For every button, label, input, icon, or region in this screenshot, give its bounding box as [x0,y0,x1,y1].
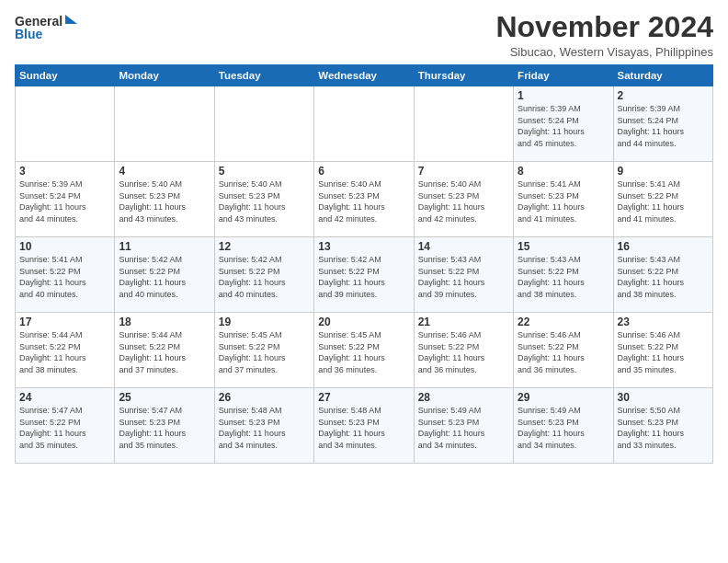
day-info: Sunrise: 5:40 AMSunset: 5:23 PMDaylight:… [119,178,210,224]
calendar-cell: 8Sunrise: 5:41 AMSunset: 5:23 PMDaylight… [514,162,613,237]
day-info: Sunrise: 5:41 AMSunset: 5:22 PMDaylight:… [19,254,110,300]
day-number: 23 [618,316,709,328]
calendar-week-row: 3Sunrise: 5:39 AMSunset: 5:24 PMDaylight… [16,162,713,237]
day-number: 16 [618,240,709,253]
header-row: SundayMondayTuesdayWednesdayThursdayFrid… [16,65,713,86]
calendar-week-row: 10Sunrise: 5:41 AMSunset: 5:22 PMDayligh… [16,237,713,313]
day-number: 12 [219,240,310,253]
day-number: 27 [318,391,409,404]
calendar-cell [214,86,313,162]
header-day: Thursday [414,65,513,86]
calendar-week-row: 24Sunrise: 5:47 AMSunset: 5:22 PMDayligh… [16,388,713,464]
day-info: Sunrise: 5:40 AMSunset: 5:23 PMDaylight:… [418,178,509,224]
day-info: Sunrise: 5:42 AMSunset: 5:22 PMDaylight:… [318,254,409,300]
calendar-cell: 11Sunrise: 5:42 AMSunset: 5:22 PMDayligh… [115,237,214,313]
calendar-cell: 14Sunrise: 5:43 AMSunset: 5:22 PMDayligh… [414,237,513,313]
calendar-week-row: 1Sunrise: 5:39 AMSunset: 5:24 PMDaylight… [16,86,713,162]
calendar-cell: 9Sunrise: 5:41 AMSunset: 5:22 PMDaylight… [613,162,712,237]
calendar-cell: 19Sunrise: 5:45 AMSunset: 5:22 PMDayligh… [214,313,313,388]
calendar-cell: 21Sunrise: 5:46 AMSunset: 5:22 PMDayligh… [414,313,513,388]
calendar-cell: 28Sunrise: 5:49 AMSunset: 5:23 PMDayligh… [414,388,513,464]
day-info: Sunrise: 5:43 AMSunset: 5:22 PMDaylight:… [618,254,709,300]
day-number: 21 [418,316,509,328]
day-number: 17 [19,316,110,328]
header-day: Sunday [16,65,115,86]
header-day: Friday [514,65,613,86]
calendar-cell: 10Sunrise: 5:41 AMSunset: 5:22 PMDayligh… [16,237,115,313]
calendar-cell: 6Sunrise: 5:40 AMSunset: 5:23 PMDaylight… [314,162,414,237]
title-block: November 2024 Sibucao, Western Visayas, … [495,11,713,59]
day-info: Sunrise: 5:49 AMSunset: 5:23 PMDaylight:… [418,405,509,451]
day-info: Sunrise: 5:45 AMSunset: 5:22 PMDaylight:… [219,329,310,375]
day-number: 20 [318,316,409,328]
day-number: 28 [418,391,509,404]
calendar-cell: 15Sunrise: 5:43 AMSunset: 5:22 PMDayligh… [514,237,613,313]
day-info: Sunrise: 5:44 AMSunset: 5:22 PMDaylight:… [19,329,110,375]
day-info: Sunrise: 5:45 AMSunset: 5:22 PMDaylight:… [318,329,409,375]
calendar-cell: 12Sunrise: 5:42 AMSunset: 5:22 PMDayligh… [214,237,313,313]
day-number: 3 [19,165,110,178]
day-info: Sunrise: 5:39 AMSunset: 5:24 PMDaylight:… [19,178,110,224]
day-info: Sunrise: 5:46 AMSunset: 5:22 PMDaylight:… [618,329,709,375]
calendar-cell: 1Sunrise: 5:39 AMSunset: 5:24 PMDaylight… [514,86,613,162]
day-number: 8 [518,165,609,178]
header-day: Wednesday [314,65,414,86]
calendar-cell: 4Sunrise: 5:40 AMSunset: 5:23 PMDaylight… [115,162,214,237]
day-number: 25 [119,391,210,404]
day-info: Sunrise: 5:40 AMSunset: 5:23 PMDaylight:… [318,178,409,224]
calendar-cell [314,86,414,162]
header-day: Saturday [613,65,712,86]
day-info: Sunrise: 5:46 AMSunset: 5:22 PMDaylight:… [418,329,509,375]
calendar-cell: 16Sunrise: 5:43 AMSunset: 5:22 PMDayligh… [613,237,712,313]
calendar-cell: 25Sunrise: 5:47 AMSunset: 5:23 PMDayligh… [115,388,214,464]
day-info: Sunrise: 5:39 AMSunset: 5:24 PMDaylight:… [518,103,609,149]
day-info: Sunrise: 5:43 AMSunset: 5:22 PMDaylight:… [518,254,609,300]
day-number: 4 [119,165,210,178]
logo: General Blue [15,11,79,46]
calendar-cell: 24Sunrise: 5:47 AMSunset: 5:22 PMDayligh… [16,388,115,464]
calendar-cell: 2Sunrise: 5:39 AMSunset: 5:24 PMDaylight… [613,86,712,162]
day-number: 2 [618,89,709,102]
day-info: Sunrise: 5:47 AMSunset: 5:22 PMDaylight:… [19,405,110,451]
calendar-cell: 18Sunrise: 5:44 AMSunset: 5:22 PMDayligh… [115,313,214,388]
day-number: 29 [518,391,609,404]
day-info: Sunrise: 5:49 AMSunset: 5:23 PMDaylight:… [518,405,609,451]
day-info: Sunrise: 5:39 AMSunset: 5:24 PMDaylight:… [618,103,709,149]
day-info: Sunrise: 5:41 AMSunset: 5:22 PMDaylight:… [618,178,709,224]
day-number: 1 [518,89,609,102]
day-info: Sunrise: 5:44 AMSunset: 5:22 PMDaylight:… [119,329,210,375]
day-info: Sunrise: 5:47 AMSunset: 5:23 PMDaylight:… [119,405,210,451]
day-info: Sunrise: 5:41 AMSunset: 5:23 PMDaylight:… [518,178,609,224]
header: General Blue November 2024 Sibucao, West… [15,11,713,59]
page: General Blue November 2024 Sibucao, West… [0,0,728,563]
day-number: 14 [418,240,509,253]
day-number: 15 [518,240,609,253]
calendar-cell: 26Sunrise: 5:48 AMSunset: 5:23 PMDayligh… [214,388,313,464]
calendar-cell [115,86,214,162]
calendar-cell: 3Sunrise: 5:39 AMSunset: 5:24 PMDaylight… [16,162,115,237]
day-number: 6 [318,165,409,178]
day-number: 11 [119,240,210,253]
calendar-cell: 23Sunrise: 5:46 AMSunset: 5:22 PMDayligh… [613,313,712,388]
day-info: Sunrise: 5:40 AMSunset: 5:23 PMDaylight:… [219,178,310,224]
day-number: 5 [219,165,310,178]
calendar-week-row: 17Sunrise: 5:44 AMSunset: 5:22 PMDayligh… [16,313,713,388]
day-info: Sunrise: 5:48 AMSunset: 5:23 PMDaylight:… [318,405,409,451]
header-day: Monday [115,65,214,86]
calendar-cell: 7Sunrise: 5:40 AMSunset: 5:23 PMDaylight… [414,162,513,237]
day-info: Sunrise: 5:48 AMSunset: 5:23 PMDaylight:… [219,405,310,451]
calendar-cell: 27Sunrise: 5:48 AMSunset: 5:23 PMDayligh… [314,388,414,464]
svg-text:Blue: Blue [15,27,43,41]
calendar-cell: 17Sunrise: 5:44 AMSunset: 5:22 PMDayligh… [16,313,115,388]
day-number: 9 [618,165,709,178]
day-info: Sunrise: 5:50 AMSunset: 5:23 PMDaylight:… [618,405,709,451]
day-number: 26 [219,391,310,404]
day-info: Sunrise: 5:43 AMSunset: 5:22 PMDaylight:… [418,254,509,300]
calendar-table: SundayMondayTuesdayWednesdayThursdayFrid… [15,64,713,464]
day-info: Sunrise: 5:42 AMSunset: 5:22 PMDaylight:… [219,254,310,300]
month-title: November 2024 [495,11,713,43]
day-number: 22 [518,316,609,328]
calendar-cell: 22Sunrise: 5:46 AMSunset: 5:22 PMDayligh… [514,313,613,388]
day-number: 10 [19,240,110,253]
day-info: Sunrise: 5:42 AMSunset: 5:22 PMDaylight:… [119,254,210,300]
